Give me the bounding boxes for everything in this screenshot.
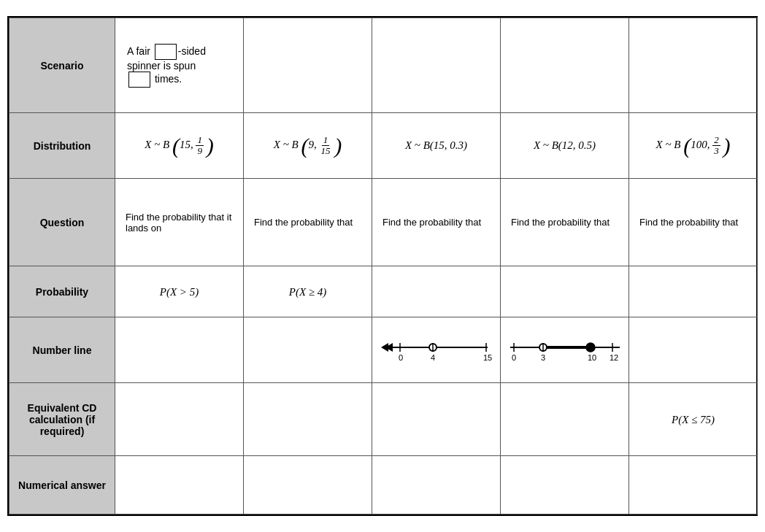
question-text-1: Find the probability that it lands on bbox=[120, 209, 239, 236]
svg-text:10: 10 bbox=[588, 353, 596, 362]
question-text-3: Find the probability that bbox=[377, 214, 496, 231]
probability-value-1: P(X > 5) bbox=[160, 286, 199, 298]
cdcalc-col1 bbox=[115, 383, 244, 456]
scenario-header: Scenario bbox=[9, 18, 115, 113]
svg-text:15: 15 bbox=[483, 353, 492, 362]
svg-marker-2 bbox=[381, 343, 388, 352]
numerical-col1 bbox=[115, 456, 244, 514]
numberline-header: Number line bbox=[9, 317, 115, 383]
scenario-col1: A fair -sided spinner is spun times. bbox=[115, 18, 244, 113]
scenario-input-2[interactable] bbox=[128, 72, 150, 88]
numerical-col3 bbox=[372, 456, 501, 514]
cdcalc-header: Equivalent CD calculation (if required) bbox=[9, 383, 115, 456]
distribution-col4: X ~ B(12, 0.5) bbox=[501, 113, 629, 179]
numberline-col1 bbox=[115, 317, 244, 383]
probability-col2: P(X ≥ 4) bbox=[244, 266, 372, 317]
scenario-input-1[interactable] bbox=[155, 44, 177, 60]
question-col4: Find the probability that bbox=[501, 179, 629, 266]
distribution-col3: X ~ B(15, 0.3) bbox=[372, 113, 501, 179]
numberline-svg-4: 0 3 10 12 bbox=[503, 327, 627, 371]
cdcalc-col2 bbox=[244, 383, 372, 456]
question-text-5: Find the probability that bbox=[634, 214, 753, 231]
row-probability: Probability P(X > 5) P(X ≥ 4) bbox=[9, 266, 758, 317]
scenario-col4 bbox=[501, 18, 629, 113]
probability-col4 bbox=[501, 266, 629, 317]
row-question: Question Find the probability that it la… bbox=[9, 179, 758, 266]
probability-value-2: P(X ≥ 4) bbox=[289, 286, 327, 298]
probability-col3 bbox=[372, 266, 501, 317]
distribution-col2: X ~ B (9, 115 ) bbox=[244, 113, 372, 179]
question-col3: Find the probability that bbox=[372, 179, 501, 266]
probability-col5 bbox=[629, 266, 758, 317]
distribution-col5: X ~ B (100, 23 ) bbox=[629, 113, 758, 179]
numberline-svg-3: 0 4 15 bbox=[378, 327, 495, 371]
row-distribution: Distribution X ~ B (15, 19 ) X ~ B (9, 1… bbox=[9, 113, 758, 179]
cdcalc-value-5: P(X ≤ 75) bbox=[672, 414, 715, 425]
svg-text:0: 0 bbox=[512, 353, 516, 362]
row-numberline: Number line 0 4 bbox=[9, 317, 758, 383]
numerical-col4 bbox=[501, 456, 629, 514]
question-text-2: Find the probability that bbox=[248, 214, 367, 231]
svg-text:4: 4 bbox=[431, 353, 435, 362]
question-header: Question bbox=[9, 179, 115, 266]
numerical-header: Numerical answer bbox=[9, 456, 115, 514]
scenario-col2 bbox=[244, 18, 372, 113]
scenario-text: A fair -sided spinner is spun times. bbox=[120, 41, 239, 90]
numerical-col2 bbox=[244, 456, 372, 514]
probability-header: Probability bbox=[9, 266, 115, 317]
distribution-header: Distribution bbox=[9, 113, 115, 179]
scenario-col5 bbox=[629, 18, 758, 113]
numberline-col4: 0 3 10 12 bbox=[501, 317, 629, 383]
question-col2: Find the probability that bbox=[244, 179, 372, 266]
svg-text:12: 12 bbox=[610, 353, 618, 362]
row-cdcalc: Equivalent CD calculation (if required) … bbox=[9, 383, 758, 456]
row-numerical: Numerical answer bbox=[9, 456, 758, 514]
probability-col1: P(X > 5) bbox=[115, 266, 244, 317]
svg-text:0: 0 bbox=[399, 353, 403, 362]
row-scenario: Scenario A fair -sided spinner is spun t… bbox=[9, 18, 758, 113]
question-col5: Find the probability that bbox=[629, 179, 758, 266]
cdcalc-col5: P(X ≤ 75) bbox=[629, 383, 758, 456]
svg-text:3: 3 bbox=[541, 353, 545, 362]
numerical-col5 bbox=[629, 456, 758, 514]
question-col1: Find the probability that it lands on bbox=[115, 179, 244, 266]
distribution-col1: X ~ B (15, 19 ) bbox=[115, 113, 244, 179]
cdcalc-col3 bbox=[372, 383, 501, 456]
scenario-col3 bbox=[372, 18, 501, 113]
cdcalc-col4 bbox=[501, 383, 629, 456]
main-table-container: Scenario A fair -sided spinner is spun t… bbox=[7, 16, 758, 516]
numberline-col3: 0 4 15 bbox=[372, 317, 501, 383]
numberline-col2 bbox=[244, 317, 372, 383]
numberline-col5 bbox=[629, 317, 758, 383]
question-text-4: Find the probability that bbox=[505, 214, 624, 231]
